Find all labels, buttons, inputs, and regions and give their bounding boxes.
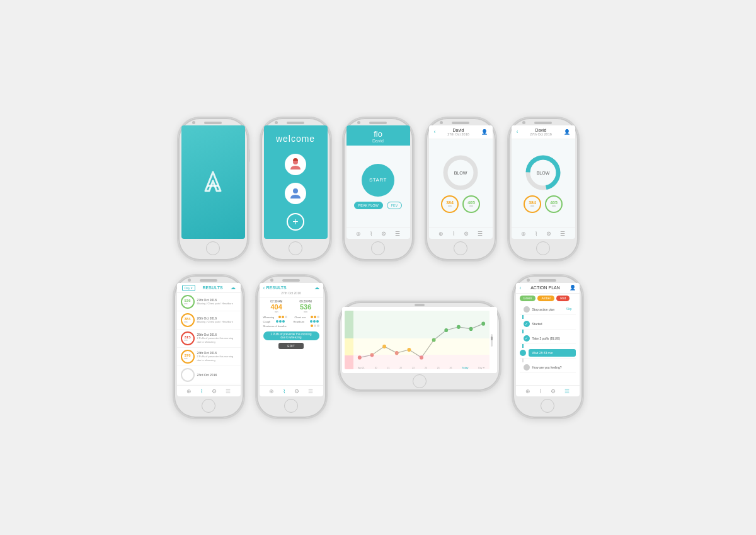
back-icon[interactable]: ‹ (263, 285, 265, 291)
flo-tabs: PEAK FLOW FEV (354, 202, 403, 209)
zone-amber[interactable]: Amber (537, 296, 554, 301)
plan-icon[interactable]: ☰ (308, 388, 313, 394)
home-button[interactable] (536, 241, 550, 255)
reading-badge-2: 405 min (545, 195, 563, 213)
user-avatar-male[interactable] (285, 183, 306, 204)
plan-icon[interactable]: ☰ (560, 231, 565, 237)
chart-screen: Apr 21 20 21 22 23 24 25 26 Today Day ▾ (342, 307, 497, 373)
profile-icon[interactable]: 👤 (570, 285, 576, 291)
camera-dot (270, 279, 273, 282)
dot-1 (278, 316, 281, 318)
x-label-7: 25 (437, 367, 440, 369)
profile-icon[interactable]: 👤 (564, 129, 570, 135)
zone-green[interactable]: Green (520, 296, 536, 301)
start-button[interactable]: START (362, 164, 394, 197)
spirometer-icon[interactable]: ⊕ (269, 388, 274, 394)
action-step-4: Wait 28:33 min (520, 348, 576, 359)
result-sub-2: min (184, 321, 190, 323)
home-button[interactable] (454, 241, 467, 255)
x-label-2: 20 (375, 367, 377, 369)
add-user-button[interactable]: + (287, 213, 304, 231)
blow-empty-screen: ‹ David 27th Oct 2016 👤 BLOW (429, 125, 493, 239)
home-button[interactable] (284, 399, 298, 413)
cloud-icon[interactable]: ☁ (231, 285, 236, 291)
step-label-1: Stop action plan (532, 308, 564, 311)
y-red-zone (345, 355, 353, 369)
settings-icon[interactable]: ⚙ (551, 388, 556, 394)
dot-3 (317, 325, 319, 327)
speaker (452, 122, 469, 124)
symptom-chest-label: Chest use (294, 316, 306, 319)
back-icon[interactable]: ‹ (520, 285, 522, 291)
zone-red[interactable]: Red (556, 296, 570, 301)
chart-scrollbar[interactable] (490, 311, 495, 369)
spirometer-icon[interactable]: ⊕ (186, 388, 192, 394)
home-button[interactable] (289, 241, 302, 255)
settings-icon[interactable]: ⚙ (464, 231, 469, 237)
spirometer-icon[interactable]: ⊕ (356, 231, 361, 237)
camera-dot (275, 121, 278, 124)
day-filter[interactable]: Day ▾ (182, 285, 195, 291)
cloud-icon[interactable]: ☁ (314, 285, 319, 291)
graph-icon[interactable]: ⌇ (283, 388, 285, 394)
home-button[interactable] (202, 399, 215, 413)
result-circle-4: 376min (181, 350, 195, 364)
detail-header: ‹ RESULTS ☁ 27th Oct 2016 (260, 283, 323, 297)
results-detail-bg: ‹ RESULTS ☁ 27th Oct 2016 07:30 AM 404 m… (260, 283, 323, 396)
plan-icon[interactable]: ☰ (395, 231, 400, 237)
blow-label: BLOW (537, 170, 550, 175)
blow-header: ‹ David 27th Oct 2016 👤 (512, 125, 575, 139)
result-item-1[interactable]: 536min 27th Oct 2016 Blissing / Chest pa… (177, 293, 241, 311)
result-item-3[interactable]: 315min 25th Oct 2016 2 Puffs of prevente… (177, 330, 241, 348)
results-title: RESULTS (203, 285, 223, 290)
home-button[interactable] (541, 399, 554, 413)
detail-val-1: 404 (271, 303, 282, 311)
home-button[interactable] (371, 241, 385, 255)
graph-icon[interactable]: ⌇ (535, 231, 537, 237)
blow-label: BLOW (454, 170, 467, 175)
step-skip-1[interactable]: Skip (566, 308, 572, 311)
flo-app-title: flo (346, 129, 410, 139)
result-text-3: 25th Oct 2016 2 Puffs of preventer this … (197, 333, 237, 343)
plan-icon[interactable]: ☰ (226, 388, 231, 394)
settings-icon[interactable]: ⚙ (294, 388, 299, 394)
result-item-5[interactable]: 23rd Oct 2016 (177, 366, 241, 384)
welcome-title: welcome (276, 134, 315, 144)
graph-icon[interactable]: ⌇ (539, 388, 542, 394)
x-label-5: 23 (412, 367, 415, 369)
step-circle-1 (524, 306, 530, 313)
symptom-wheeze-label: Wheezing (263, 316, 275, 319)
user-avatar-female[interactable] (285, 154, 306, 175)
result-item-4[interactable]: 376min 24th Oct 2016 2 Puffs of prevente… (177, 348, 241, 366)
x-label-today: Today (462, 367, 468, 369)
settings-icon[interactable]: ⚙ (546, 231, 551, 237)
home-button[interactable] (206, 241, 220, 255)
result-date-5: 23rd Oct 2016 (197, 373, 237, 377)
graph-icon[interactable]: ⌇ (200, 388, 203, 394)
phone-blow-empty: ‹ David 27th Oct 2016 👤 BLOW (425, 117, 497, 262)
reading-unit-2: min (469, 205, 473, 207)
dot-3 (282, 320, 285, 323)
graph-icon[interactable]: ⌇ (452, 231, 455, 237)
settings-icon[interactable]: ⚙ (381, 231, 386, 237)
flo-header: flo David (346, 125, 410, 146)
edit-button[interactable]: EDIT (278, 343, 304, 349)
reading-badge-2: 405 min (462, 195, 480, 213)
plan-icon[interactable]: ☰ (478, 231, 483, 237)
spirometer-icon[interactable]: ⊕ (525, 388, 530, 394)
graph-icon[interactable]: ⌇ (370, 231, 372, 237)
dot-1 (310, 320, 312, 323)
donut-chart-empty: BLOW (442, 154, 479, 192)
spirometer-icon[interactable]: ⊕ (521, 231, 526, 237)
spirometer-icon[interactable]: ⊕ (438, 231, 444, 237)
settings-icon[interactable]: ⚙ (212, 388, 217, 394)
home-button[interactable] (413, 374, 427, 388)
phone-results-list: Day ▾ RESULTS ☁ 536min 27th Oct 2016 Bli… (173, 274, 245, 419)
profile-icon[interactable]: 👤 (481, 129, 488, 135)
tab-fev[interactable]: FEV (387, 202, 403, 209)
tab-peak-flow[interactable]: PEAK FLOW (354, 202, 383, 209)
result-item-2[interactable]: 384min 26th Oct 2016 Blissing / Chest pa… (177, 311, 241, 330)
plan-icon[interactable]: ☰ (564, 388, 570, 394)
wait-button[interactable]: Wait 28:33 min (529, 349, 576, 357)
dot-2 (279, 320, 282, 323)
